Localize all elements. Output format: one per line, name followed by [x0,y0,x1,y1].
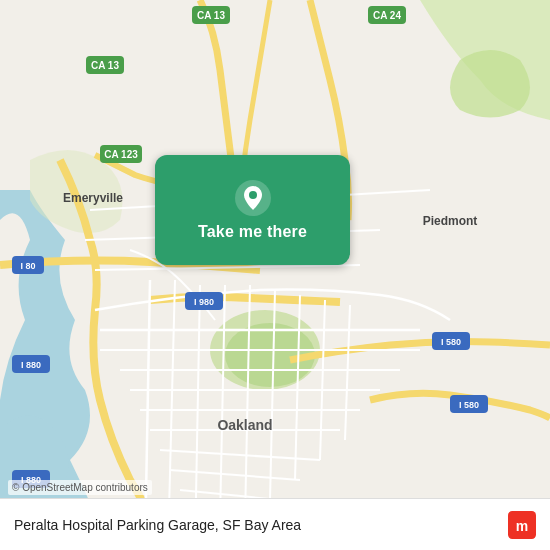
take-me-there-button[interactable]: Take me there [155,155,350,265]
take-me-there-label: Take me there [198,223,307,241]
map-container: CA 13 CA 13 CA 24 CA 123 I 80 I 880 I 88… [0,0,550,550]
svg-text:Emeryville: Emeryville [63,191,123,205]
svg-text:CA 24: CA 24 [373,10,401,21]
svg-text:CA 123: CA 123 [104,149,138,160]
moovit-logo: m [508,511,536,539]
location-name: Peralta Hospital Parking Garage, SF Bay … [14,517,508,533]
svg-text:CA 13: CA 13 [91,60,119,71]
svg-text:I 580: I 580 [441,337,461,347]
svg-text:I 580: I 580 [459,400,479,410]
moovit-icon: m [508,511,536,539]
svg-text:I 880: I 880 [21,360,41,370]
svg-text:I 980: I 980 [194,297,214,307]
map-attribution: © OpenStreetMap contributors [8,480,152,495]
svg-point-50 [249,191,257,199]
svg-text:Oakland: Oakland [217,417,272,433]
svg-text:CA 13: CA 13 [197,10,225,21]
svg-text:Piedmont: Piedmont [423,214,478,228]
svg-text:I 80: I 80 [20,261,35,271]
info-bar: Peralta Hospital Parking Garage, SF Bay … [0,498,550,550]
location-pin-icon [234,179,272,217]
svg-text:m: m [516,517,528,533]
